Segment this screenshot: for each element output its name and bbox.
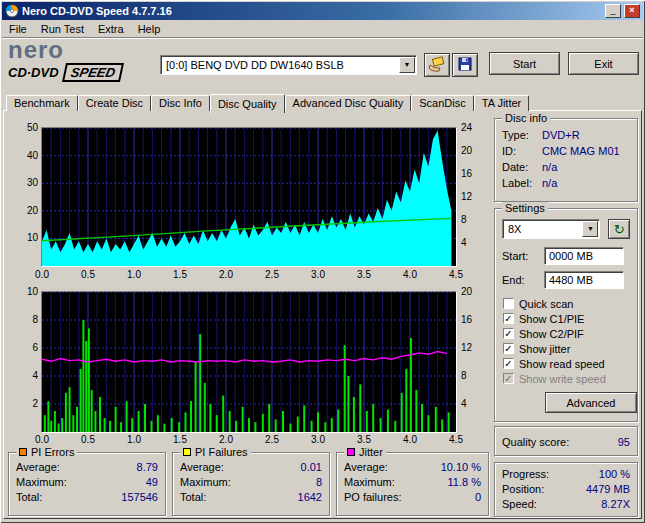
- axis-tick-label: 30: [8, 177, 38, 188]
- pi-failures-maximum-value: 8: [316, 475, 322, 490]
- tab-advanced-disc-quality[interactable]: Advanced Disc Quality: [285, 95, 412, 111]
- axis-tick-label: 0.0: [27, 434, 57, 445]
- advanced-button[interactable]: Advanced: [545, 392, 637, 413]
- axis-tick-label: 3.5: [349, 434, 379, 445]
- axis-tick-label: 4.0: [395, 434, 425, 445]
- start-position-label: Start:: [502, 250, 544, 262]
- pi-failures-swatch: [183, 448, 191, 456]
- pi-failures-average-value: 0.01: [301, 460, 322, 475]
- axis-tick-label: 0.0: [27, 269, 57, 280]
- tab-scandisc[interactable]: ScanDisc: [411, 95, 473, 111]
- pi-errors-chart: [41, 127, 457, 267]
- menu-item-file[interactable]: File: [2, 21, 34, 37]
- tab-disc-info[interactable]: Disc Info: [151, 95, 210, 111]
- checkbox-label: Show read speed: [519, 358, 605, 370]
- axis-tick-label: 3.0: [303, 269, 333, 280]
- axis-tick-label: 2.0: [211, 269, 241, 280]
- disc-info-panel: Disc info Type:DVD+R ID:CMC MAG M01 Date…: [494, 118, 638, 202]
- axis-tick-label: 50: [8, 122, 38, 133]
- axis-tick-label: 2: [8, 398, 38, 409]
- speed-text: SPEED: [62, 63, 124, 82]
- axis-tick-label: 3.0: [303, 434, 333, 445]
- axis-tick-label: 4: [461, 398, 485, 409]
- menu-item-run-test[interactable]: Run Test: [34, 21, 91, 37]
- axis-tick-label: 0.5: [73, 434, 103, 445]
- tab-disc-quality[interactable]: Disc Quality: [210, 94, 285, 113]
- checkbox-box[interactable]: ✓: [503, 313, 514, 324]
- eject-button[interactable]: [424, 53, 450, 77]
- end-position-input[interactable]: 4480 MB: [544, 271, 624, 289]
- progress-label: Progress:: [502, 467, 549, 482]
- checkbox-box[interactable]: [503, 298, 514, 309]
- axis-tick-label: 1.5: [165, 269, 195, 280]
- axis-tick-label: 20: [461, 286, 485, 297]
- checkbox-show-jitter[interactable]: ✓Show jitter: [495, 341, 637, 356]
- axis-tick-label: 6: [8, 342, 38, 353]
- minimize-button[interactable]: _: [605, 4, 621, 18]
- disc-date-label: Date:: [502, 159, 542, 175]
- disc-id-value: CMC MAG M01: [542, 143, 620, 159]
- pi-failures-maximum-label: Maximum:: [180, 475, 231, 490]
- refresh-button[interactable]: ↻: [608, 219, 630, 239]
- chevron-down-icon[interactable]: ▼: [399, 57, 415, 73]
- checkbox-show-read-speed[interactable]: ✓Show read speed: [495, 356, 637, 371]
- start-button[interactable]: Start: [489, 52, 560, 75]
- checkbox-box[interactable]: ✓: [503, 328, 514, 339]
- axis-tick-label: 12: [461, 191, 485, 202]
- disc-info-title: Disc info: [502, 112, 550, 124]
- speed-select-value: 8X: [503, 223, 581, 235]
- axis-tick-label: 8: [461, 214, 485, 225]
- pi-errors-average-value: 8.79: [137, 460, 158, 475]
- axis-tick-label: 8: [8, 314, 38, 325]
- checkbox-show-c1-pie[interactable]: ✓Show C1/PIE: [495, 311, 637, 326]
- disc-label-label: Label:: [502, 175, 542, 191]
- menu-item-extra[interactable]: Extra: [91, 21, 131, 37]
- checkbox-box[interactable]: ✓: [503, 343, 514, 354]
- axis-tick-label: 20: [461, 145, 485, 156]
- axis-tick-label: 2.0: [211, 434, 241, 445]
- drive-select[interactable]: [0:0] BENQ DVD DD DW1640 BSLB ▼: [160, 55, 417, 75]
- checkbox-quick-scan[interactable]: Quick scan: [495, 296, 637, 311]
- tab-benchmark[interactable]: Benchmark: [6, 95, 78, 111]
- axis-tick-label: 10: [8, 286, 38, 297]
- checkbox-box[interactable]: ✓: [503, 358, 514, 369]
- jitter-average-value: 10.10 %: [441, 460, 481, 475]
- disc-id-label: ID:: [502, 143, 542, 159]
- axis-tick-label: 4.5: [441, 269, 471, 280]
- checkbox-label: Show write speed: [519, 373, 606, 385]
- save-button[interactable]: [452, 53, 478, 77]
- tab-create-disc[interactable]: Create Disc: [78, 95, 151, 111]
- checkbox-show-c2-pif[interactable]: ✓Show C2/PIF: [495, 326, 637, 341]
- pi-errors-title: PI Errors: [31, 446, 74, 458]
- axis-tick-label: 0.5: [73, 269, 103, 280]
- axis-tick-label: 1.0: [119, 269, 149, 280]
- speed-select[interactable]: 8X ▼: [502, 219, 600, 239]
- pi-errors-maximum-label: Maximum:: [16, 475, 67, 490]
- refresh-icon: ↻: [614, 223, 625, 236]
- start-position-input[interactable]: 0000 MB: [544, 247, 624, 265]
- axis-tick-label: 40: [8, 150, 38, 161]
- title-bar[interactable]: Nero CD-DVD Speed 4.7.7.16 _ ×: [2, 2, 643, 20]
- exit-button[interactable]: Exit: [568, 52, 639, 75]
- po-failures-value: 0: [475, 490, 481, 505]
- axis-tick-label: 16: [461, 168, 485, 179]
- pi-errors-total-value: 157546: [121, 490, 158, 505]
- settings-title: Settings: [502, 202, 548, 214]
- pi-errors-maximum-value: 49: [146, 475, 158, 490]
- disc-type-value: DVD+R: [542, 127, 580, 143]
- menu-item-help[interactable]: Help: [131, 21, 168, 37]
- disc-label-value: n/a: [542, 175, 557, 191]
- jitter-maximum-label: Maximum:: [344, 475, 395, 490]
- end-position-label: End:: [502, 274, 544, 286]
- nero-brand-text: nero: [8, 38, 158, 62]
- speed-value: 8.27X: [601, 497, 630, 512]
- app-window: Nero CD-DVD Speed 4.7.7.16 _ × FileRun T…: [0, 0, 645, 523]
- pi-errors-average-label: Average:: [16, 460, 60, 475]
- tab-ta-jitter[interactable]: TA Jitter: [474, 95, 530, 111]
- pi-errors-panel: PI Errors Average:8.79 Maximum:49 Total:…: [8, 452, 166, 516]
- checkbox-label: Show C1/PIE: [519, 313, 584, 325]
- chevron-down-icon[interactable]: ▼: [582, 221, 598, 237]
- pi-failures-panel: PI Failures Average:0.01 Maximum:8 Total…: [172, 452, 330, 516]
- quality-score-panel: Quality score: 95: [494, 426, 638, 456]
- close-button[interactable]: ×: [624, 4, 640, 18]
